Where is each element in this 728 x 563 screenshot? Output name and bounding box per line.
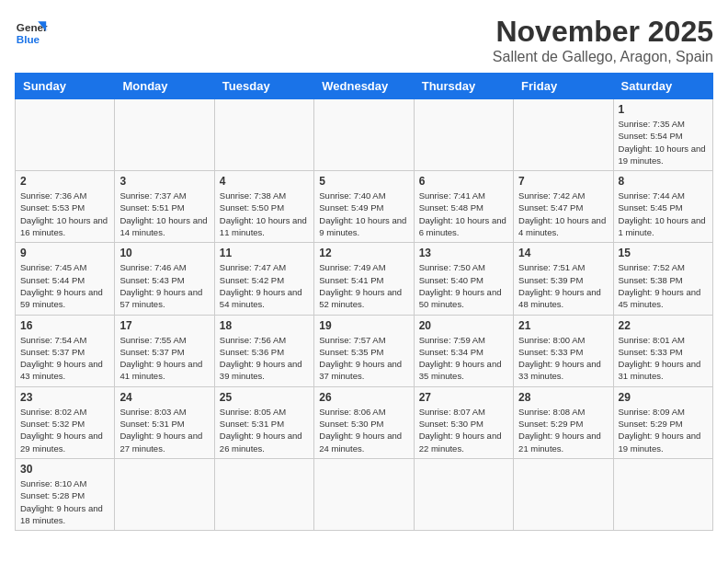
calendar-cell <box>115 99 214 171</box>
calendar-cell: 22Sunrise: 8:01 AM Sunset: 5:33 PM Dayli… <box>613 315 712 386</box>
day-info: Sunrise: 7:46 AM Sunset: 5:43 PM Dayligh… <box>119 261 209 310</box>
calendar-cell: 24Sunrise: 8:03 AM Sunset: 5:31 PM Dayli… <box>115 386 214 458</box>
day-number: 16 <box>20 319 109 332</box>
calendar-cell: 30Sunrise: 8:10 AM Sunset: 5:28 PM Dayli… <box>16 458 115 530</box>
day-info: Sunrise: 8:06 AM Sunset: 5:30 PM Dayligh… <box>319 406 408 454</box>
calendar-week-row: 30Sunrise: 8:10 AM Sunset: 5:28 PM Dayli… <box>16 458 713 530</box>
calendar-cell: 2Sunrise: 7:36 AM Sunset: 5:53 PM Daylig… <box>16 171 115 243</box>
calendar-cell <box>16 99 115 171</box>
title-block: November 2025 Sallent de Gallego, Aragon… <box>493 15 713 65</box>
calendar-cell: 3Sunrise: 7:37 AM Sunset: 5:51 PM Daylig… <box>115 171 214 243</box>
col-header-monday: Monday <box>115 74 214 99</box>
day-number: 14 <box>518 247 608 259</box>
calendar-cell: 7Sunrise: 7:42 AM Sunset: 5:47 PM Daylig… <box>514 171 613 243</box>
day-number: 29 <box>619 391 708 404</box>
page-header: General Blue November 2025 Sallent de Ga… <box>15 15 713 65</box>
day-info: Sunrise: 7:56 AM Sunset: 5:36 PM Dayligh… <box>220 334 309 383</box>
day-info: Sunrise: 7:40 AM Sunset: 5:49 PM Dayligh… <box>319 190 408 238</box>
calendar-cell: 28Sunrise: 8:08 AM Sunset: 5:29 PM Dayli… <box>514 386 613 458</box>
day-number: 21 <box>518 319 608 332</box>
day-number: 5 <box>319 175 408 188</box>
calendar-cell: 11Sunrise: 7:47 AM Sunset: 5:42 PM Dayli… <box>214 243 313 315</box>
day-number: 9 <box>20 247 109 259</box>
day-number: 27 <box>419 391 508 404</box>
calendar-cell: 20Sunrise: 7:59 AM Sunset: 5:34 PM Dayli… <box>414 315 513 386</box>
day-info: Sunrise: 8:03 AM Sunset: 5:31 PM Dayligh… <box>119 406 209 454</box>
day-info: Sunrise: 7:47 AM Sunset: 5:42 PM Dayligh… <box>220 261 309 310</box>
calendar-cell: 8Sunrise: 7:44 AM Sunset: 5:45 PM Daylig… <box>613 171 712 243</box>
day-number: 15 <box>619 247 708 259</box>
calendar-cell: 26Sunrise: 8:06 AM Sunset: 5:30 PM Dayli… <box>314 386 414 458</box>
location-title: Sallent de Gallego, Aragon, Spain <box>493 49 713 65</box>
day-info: Sunrise: 7:50 AM Sunset: 5:40 PM Dayligh… <box>419 261 508 310</box>
logo-icon: General Blue <box>15 15 48 48</box>
day-info: Sunrise: 7:35 AM Sunset: 5:54 PM Dayligh… <box>619 118 708 167</box>
calendar-week-row: 1Sunrise: 7:35 AM Sunset: 5:54 PM Daylig… <box>16 99 713 171</box>
day-info: Sunrise: 7:57 AM Sunset: 5:35 PM Dayligh… <box>319 334 408 383</box>
svg-text:Blue: Blue <box>17 33 40 45</box>
calendar-cell: 6Sunrise: 7:41 AM Sunset: 5:48 PM Daylig… <box>414 171 513 243</box>
calendar-cell: 14Sunrise: 7:51 AM Sunset: 5:39 PM Dayli… <box>514 243 613 315</box>
calendar-week-row: 16Sunrise: 7:54 AM Sunset: 5:37 PM Dayli… <box>16 315 713 386</box>
day-number: 26 <box>319 391 408 404</box>
day-number: 24 <box>119 391 209 404</box>
day-info: Sunrise: 7:45 AM Sunset: 5:44 PM Dayligh… <box>20 261 109 310</box>
day-number: 13 <box>419 247 508 259</box>
calendar-table: SundayMondayTuesdayWednesdayThursdayFrid… <box>15 73 713 531</box>
calendar-cell <box>514 99 613 171</box>
calendar-cell: 23Sunrise: 8:02 AM Sunset: 5:32 PM Dayli… <box>16 386 115 458</box>
calendar-cell <box>613 458 712 530</box>
day-number: 11 <box>220 247 309 259</box>
day-number: 10 <box>119 247 209 259</box>
day-info: Sunrise: 7:38 AM Sunset: 5:50 PM Dayligh… <box>220 190 309 238</box>
day-number: 6 <box>419 175 508 188</box>
day-number: 18 <box>220 319 309 332</box>
day-number: 20 <box>419 319 508 332</box>
day-info: Sunrise: 7:41 AM Sunset: 5:48 PM Dayligh… <box>419 190 508 238</box>
calendar-cell: 9Sunrise: 7:45 AM Sunset: 5:44 PM Daylig… <box>16 243 115 315</box>
day-info: Sunrise: 7:52 AM Sunset: 5:38 PM Dayligh… <box>619 261 708 310</box>
day-info: Sunrise: 7:42 AM Sunset: 5:47 PM Dayligh… <box>518 190 608 238</box>
day-info: Sunrise: 7:54 AM Sunset: 5:37 PM Dayligh… <box>20 334 109 383</box>
calendar-cell: 25Sunrise: 8:05 AM Sunset: 5:31 PM Dayli… <box>214 386 313 458</box>
calendar-cell <box>214 99 313 171</box>
calendar-cell: 19Sunrise: 7:57 AM Sunset: 5:35 PM Dayli… <box>314 315 414 386</box>
calendar-cell: 21Sunrise: 8:00 AM Sunset: 5:33 PM Dayli… <box>514 315 613 386</box>
day-number: 22 <box>619 319 708 332</box>
calendar-cell: 16Sunrise: 7:54 AM Sunset: 5:37 PM Dayli… <box>16 315 115 386</box>
day-info: Sunrise: 8:08 AM Sunset: 5:29 PM Dayligh… <box>518 406 608 454</box>
calendar-cell <box>414 458 513 530</box>
day-number: 3 <box>119 175 209 188</box>
calendar-cell <box>314 99 414 171</box>
day-info: Sunrise: 7:44 AM Sunset: 5:45 PM Dayligh… <box>619 190 708 238</box>
day-number: 25 <box>220 391 309 404</box>
day-info: Sunrise: 7:55 AM Sunset: 5:37 PM Dayligh… <box>119 334 209 383</box>
calendar-cell: 15Sunrise: 7:52 AM Sunset: 5:38 PM Dayli… <box>613 243 712 315</box>
calendar-cell <box>115 458 214 530</box>
calendar-cell <box>514 458 613 530</box>
logo: General Blue <box>15 15 48 48</box>
calendar-cell: 27Sunrise: 8:07 AM Sunset: 5:30 PM Dayli… <box>414 386 513 458</box>
day-info: Sunrise: 7:49 AM Sunset: 5:41 PM Dayligh… <box>319 261 408 310</box>
day-info: Sunrise: 8:02 AM Sunset: 5:32 PM Dayligh… <box>20 406 109 454</box>
day-number: 23 <box>20 391 109 404</box>
day-info: Sunrise: 8:07 AM Sunset: 5:30 PM Dayligh… <box>419 406 508 454</box>
calendar-cell <box>314 458 414 530</box>
day-number: 19 <box>319 319 408 332</box>
day-number: 30 <box>20 463 109 476</box>
day-info: Sunrise: 7:59 AM Sunset: 5:34 PM Dayligh… <box>419 334 508 383</box>
day-info: Sunrise: 8:01 AM Sunset: 5:33 PM Dayligh… <box>619 334 708 383</box>
calendar-cell: 1Sunrise: 7:35 AM Sunset: 5:54 PM Daylig… <box>613 99 712 171</box>
day-number: 2 <box>20 175 109 188</box>
calendar-cell: 12Sunrise: 7:49 AM Sunset: 5:41 PM Dayli… <box>314 243 414 315</box>
calendar-cell: 5Sunrise: 7:40 AM Sunset: 5:49 PM Daylig… <box>314 171 414 243</box>
day-number: 7 <box>518 175 608 188</box>
col-header-saturday: Saturday <box>613 74 712 99</box>
calendar-cell: 18Sunrise: 7:56 AM Sunset: 5:36 PM Dayli… <box>214 315 313 386</box>
col-header-wednesday: Wednesday <box>314 74 414 99</box>
day-info: Sunrise: 8:00 AM Sunset: 5:33 PM Dayligh… <box>518 334 608 383</box>
calendar-cell: 10Sunrise: 7:46 AM Sunset: 5:43 PM Dayli… <box>115 243 214 315</box>
calendar-cell <box>414 99 513 171</box>
calendar-header-row: SundayMondayTuesdayWednesdayThursdayFrid… <box>16 74 713 99</box>
calendar-week-row: 23Sunrise: 8:02 AM Sunset: 5:32 PM Dayli… <box>16 386 713 458</box>
